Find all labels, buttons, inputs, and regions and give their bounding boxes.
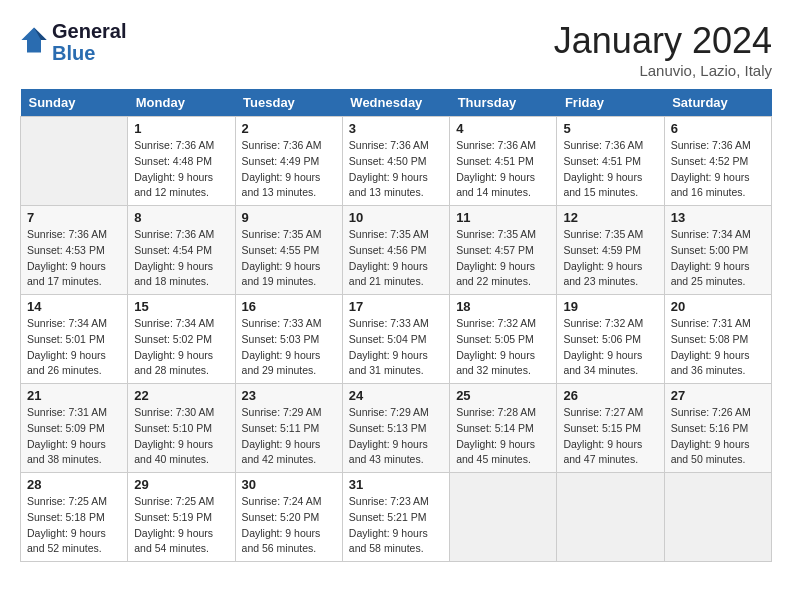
day-number: 20 — [671, 299, 765, 314]
calendar-cell: 10Sunrise: 7:35 AMSunset: 4:56 PMDayligh… — [342, 206, 449, 295]
day-info: Sunrise: 7:25 AMSunset: 5:18 PMDaylight:… — [27, 494, 121, 557]
calendar-cell: 7Sunrise: 7:36 AMSunset: 4:53 PMDaylight… — [21, 206, 128, 295]
calendar-cell: 1Sunrise: 7:36 AMSunset: 4:48 PMDaylight… — [128, 117, 235, 206]
day-info: Sunrise: 7:23 AMSunset: 5:21 PMDaylight:… — [349, 494, 443, 557]
day-number: 23 — [242, 388, 336, 403]
calendar-cell: 24Sunrise: 7:29 AMSunset: 5:13 PMDayligh… — [342, 384, 449, 473]
day-number: 10 — [349, 210, 443, 225]
calendar-cell: 13Sunrise: 7:34 AMSunset: 5:00 PMDayligh… — [664, 206, 771, 295]
calendar-cell: 6Sunrise: 7:36 AMSunset: 4:52 PMDaylight… — [664, 117, 771, 206]
calendar-cell: 15Sunrise: 7:34 AMSunset: 5:02 PMDayligh… — [128, 295, 235, 384]
calendar-cell: 29Sunrise: 7:25 AMSunset: 5:19 PMDayligh… — [128, 473, 235, 562]
day-number: 6 — [671, 121, 765, 136]
day-number: 9 — [242, 210, 336, 225]
day-info: Sunrise: 7:26 AMSunset: 5:16 PMDaylight:… — [671, 405, 765, 468]
day-number: 7 — [27, 210, 121, 225]
week-row-2: 7Sunrise: 7:36 AMSunset: 4:53 PMDaylight… — [21, 206, 772, 295]
week-row-4: 21Sunrise: 7:31 AMSunset: 5:09 PMDayligh… — [21, 384, 772, 473]
location: Lanuvio, Lazio, Italy — [554, 62, 772, 79]
day-number: 8 — [134, 210, 228, 225]
calendar-cell: 25Sunrise: 7:28 AMSunset: 5:14 PMDayligh… — [450, 384, 557, 473]
calendar-cell: 14Sunrise: 7:34 AMSunset: 5:01 PMDayligh… — [21, 295, 128, 384]
calendar-cell: 18Sunrise: 7:32 AMSunset: 5:05 PMDayligh… — [450, 295, 557, 384]
day-number: 3 — [349, 121, 443, 136]
day-number: 30 — [242, 477, 336, 492]
calendar-cell: 11Sunrise: 7:35 AMSunset: 4:57 PMDayligh… — [450, 206, 557, 295]
day-info: Sunrise: 7:25 AMSunset: 5:19 PMDaylight:… — [134, 494, 228, 557]
day-info: Sunrise: 7:29 AMSunset: 5:13 PMDaylight:… — [349, 405, 443, 468]
day-number: 5 — [563, 121, 657, 136]
weekday-header-tuesday: Tuesday — [235, 89, 342, 117]
calendar-cell — [664, 473, 771, 562]
day-info: Sunrise: 7:31 AMSunset: 5:09 PMDaylight:… — [27, 405, 121, 468]
day-info: Sunrise: 7:35 AMSunset: 4:55 PMDaylight:… — [242, 227, 336, 290]
calendar-cell: 17Sunrise: 7:33 AMSunset: 5:04 PMDayligh… — [342, 295, 449, 384]
calendar-cell — [21, 117, 128, 206]
calendar-cell: 31Sunrise: 7:23 AMSunset: 5:21 PMDayligh… — [342, 473, 449, 562]
day-number: 16 — [242, 299, 336, 314]
week-row-1: 1Sunrise: 7:36 AMSunset: 4:48 PMDaylight… — [21, 117, 772, 206]
weekday-header-saturday: Saturday — [664, 89, 771, 117]
calendar-cell: 8Sunrise: 7:36 AMSunset: 4:54 PMDaylight… — [128, 206, 235, 295]
calendar-cell: 16Sunrise: 7:33 AMSunset: 5:03 PMDayligh… — [235, 295, 342, 384]
day-number: 2 — [242, 121, 336, 136]
weekday-header-thursday: Thursday — [450, 89, 557, 117]
calendar-cell: 23Sunrise: 7:29 AMSunset: 5:11 PMDayligh… — [235, 384, 342, 473]
logo-text-general: General — [52, 20, 126, 42]
day-info: Sunrise: 7:33 AMSunset: 5:04 PMDaylight:… — [349, 316, 443, 379]
calendar-cell: 2Sunrise: 7:36 AMSunset: 4:49 PMDaylight… — [235, 117, 342, 206]
logo: General Blue — [20, 20, 126, 64]
day-number: 1 — [134, 121, 228, 136]
calendar-table: SundayMondayTuesdayWednesdayThursdayFrid… — [20, 89, 772, 562]
title-section: January 2024 Lanuvio, Lazio, Italy — [554, 20, 772, 79]
day-number: 18 — [456, 299, 550, 314]
day-number: 4 — [456, 121, 550, 136]
day-info: Sunrise: 7:33 AMSunset: 5:03 PMDaylight:… — [242, 316, 336, 379]
calendar-cell: 12Sunrise: 7:35 AMSunset: 4:59 PMDayligh… — [557, 206, 664, 295]
day-number: 12 — [563, 210, 657, 225]
day-number: 26 — [563, 388, 657, 403]
day-info: Sunrise: 7:36 AMSunset: 4:49 PMDaylight:… — [242, 138, 336, 201]
weekday-header-friday: Friday — [557, 89, 664, 117]
day-info: Sunrise: 7:36 AMSunset: 4:54 PMDaylight:… — [134, 227, 228, 290]
calendar-cell: 26Sunrise: 7:27 AMSunset: 5:15 PMDayligh… — [557, 384, 664, 473]
day-info: Sunrise: 7:36 AMSunset: 4:50 PMDaylight:… — [349, 138, 443, 201]
day-info: Sunrise: 7:34 AMSunset: 5:02 PMDaylight:… — [134, 316, 228, 379]
day-info: Sunrise: 7:27 AMSunset: 5:15 PMDaylight:… — [563, 405, 657, 468]
week-row-5: 28Sunrise: 7:25 AMSunset: 5:18 PMDayligh… — [21, 473, 772, 562]
weekday-header-row: SundayMondayTuesdayWednesdayThursdayFrid… — [21, 89, 772, 117]
day-info: Sunrise: 7:30 AMSunset: 5:10 PMDaylight:… — [134, 405, 228, 468]
day-number: 14 — [27, 299, 121, 314]
month-title: January 2024 — [554, 20, 772, 62]
calendar-cell: 3Sunrise: 7:36 AMSunset: 4:50 PMDaylight… — [342, 117, 449, 206]
day-info: Sunrise: 7:32 AMSunset: 5:06 PMDaylight:… — [563, 316, 657, 379]
day-number: 28 — [27, 477, 121, 492]
weekday-header-monday: Monday — [128, 89, 235, 117]
day-info: Sunrise: 7:34 AMSunset: 5:00 PMDaylight:… — [671, 227, 765, 290]
day-number: 15 — [134, 299, 228, 314]
calendar-cell: 21Sunrise: 7:31 AMSunset: 5:09 PMDayligh… — [21, 384, 128, 473]
day-info: Sunrise: 7:36 AMSunset: 4:51 PMDaylight:… — [456, 138, 550, 201]
day-info: Sunrise: 7:28 AMSunset: 5:14 PMDaylight:… — [456, 405, 550, 468]
calendar-cell: 9Sunrise: 7:35 AMSunset: 4:55 PMDaylight… — [235, 206, 342, 295]
day-number: 21 — [27, 388, 121, 403]
day-number: 22 — [134, 388, 228, 403]
day-number: 19 — [563, 299, 657, 314]
weekday-header-wednesday: Wednesday — [342, 89, 449, 117]
logo-icon — [20, 26, 48, 54]
day-number: 24 — [349, 388, 443, 403]
day-number: 25 — [456, 388, 550, 403]
calendar-cell: 19Sunrise: 7:32 AMSunset: 5:06 PMDayligh… — [557, 295, 664, 384]
calendar-cell: 5Sunrise: 7:36 AMSunset: 4:51 PMDaylight… — [557, 117, 664, 206]
day-info: Sunrise: 7:35 AMSunset: 4:59 PMDaylight:… — [563, 227, 657, 290]
day-info: Sunrise: 7:29 AMSunset: 5:11 PMDaylight:… — [242, 405, 336, 468]
day-info: Sunrise: 7:35 AMSunset: 4:56 PMDaylight:… — [349, 227, 443, 290]
calendar-cell: 20Sunrise: 7:31 AMSunset: 5:08 PMDayligh… — [664, 295, 771, 384]
calendar-cell — [450, 473, 557, 562]
calendar-cell: 28Sunrise: 7:25 AMSunset: 5:18 PMDayligh… — [21, 473, 128, 562]
day-info: Sunrise: 7:36 AMSunset: 4:52 PMDaylight:… — [671, 138, 765, 201]
day-number: 11 — [456, 210, 550, 225]
calendar-cell: 4Sunrise: 7:36 AMSunset: 4:51 PMDaylight… — [450, 117, 557, 206]
day-number: 29 — [134, 477, 228, 492]
day-info: Sunrise: 7:34 AMSunset: 5:01 PMDaylight:… — [27, 316, 121, 379]
